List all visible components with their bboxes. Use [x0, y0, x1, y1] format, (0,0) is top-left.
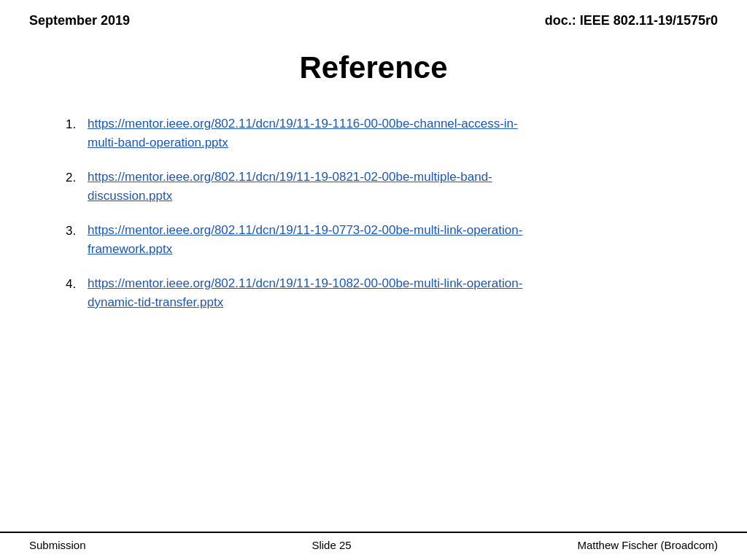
slide-container: September 2019 doc.: IEEE 802.11-19/1575…: [0, 0, 747, 560]
list-item: https://mentor.ieee.org/802.11/dcn/19/11…: [66, 168, 703, 205]
footer-submission: Submission: [29, 539, 86, 551]
list-item: https://mentor.ieee.org/802.11/dcn/19/11…: [66, 221, 703, 258]
reference-list: https://mentor.ieee.org/802.11/dcn/19/11…: [66, 114, 703, 327]
slide-header: September 2019 doc.: IEEE 802.11-19/1575…: [0, 0, 747, 36]
list-item: https://mentor.ieee.org/802.11/dcn/19/11…: [66, 274, 703, 311]
reference-link-2[interactable]: https://mentor.ieee.org/802.11/dcn/19/11…: [88, 168, 492, 205]
reference-link-3[interactable]: https://mentor.ieee.org/802.11/dcn/19/11…: [88, 221, 522, 258]
footer-author: Matthew Fischer (Broadcom): [577, 539, 718, 551]
reference-link-1[interactable]: https://mentor.ieee.org/802.11/dcn/19/11…: [88, 114, 518, 152]
header-doc: doc.: IEEE 802.11-19/1575r0: [545, 13, 718, 28]
slide-title: Reference: [44, 50, 703, 85]
slide-footer: Submission Slide 25 Matthew Fischer (Bro…: [0, 532, 747, 560]
list-item: https://mentor.ieee.org/802.11/dcn/19/11…: [66, 114, 703, 152]
footer-slide-number: Slide 25: [311, 539, 351, 551]
main-content: Reference https://mentor.ieee.org/802.11…: [0, 36, 747, 532]
header-date: September 2019: [29, 13, 130, 28]
reference-link-4[interactable]: https://mentor.ieee.org/802.11/dcn/19/11…: [88, 274, 522, 311]
